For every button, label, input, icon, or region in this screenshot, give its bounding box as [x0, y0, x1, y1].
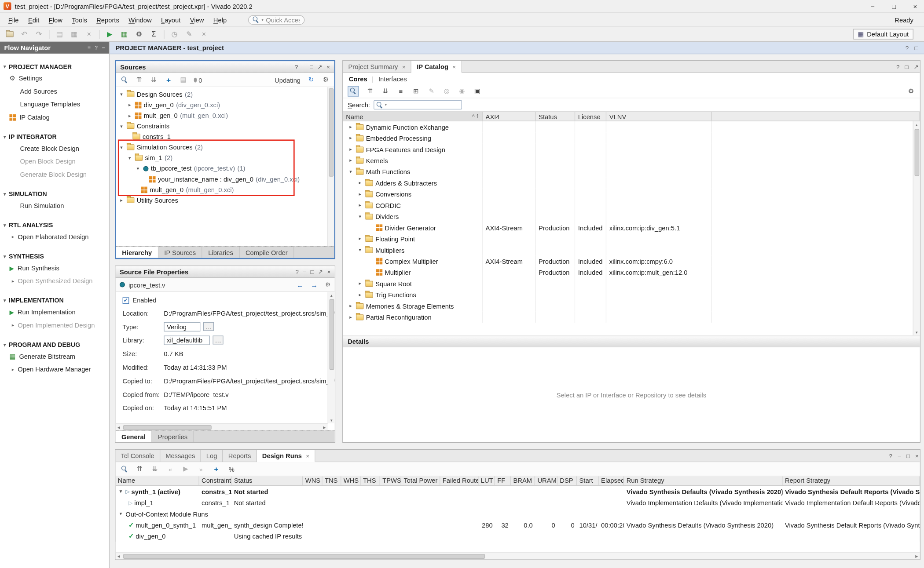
table-row[interactable]: ▾Multipliers	[343, 244, 920, 255]
library-input[interactable]: xil_defaultlib	[164, 335, 209, 345]
chevron-right-icon[interactable]: ▸	[348, 146, 353, 152]
tab-ip-catalog[interactable]: IP Catalog×	[411, 61, 462, 73]
chevron-down-icon[interactable]: ▾	[118, 124, 124, 129]
column-header-status[interactable]: Status	[535, 112, 575, 120]
flow-section-header[interactable]: ▾PROGRAM AND DEBUG	[0, 339, 109, 350]
column-header[interactable]: TPWS	[380, 476, 401, 485]
minimize-icon[interactable]: −	[303, 269, 306, 275]
edit-ip-icon[interactable]: ✎	[427, 87, 436, 95]
menu-item-tools[interactable]: Tools	[67, 15, 92, 25]
tab-messages[interactable]: Messages	[160, 450, 201, 462]
tab-design-runs[interactable]: Design Runs×	[257, 450, 315, 462]
maximize-icon[interactable]: □	[310, 269, 314, 275]
table-row[interactable]: ▾Out-of-Context Module Runs	[116, 508, 920, 519]
menu-item-reports[interactable]: Reports	[92, 15, 124, 25]
vertical-scrollbar[interactable]: ▲ ▼	[328, 292, 335, 423]
browse-button[interactable]: …	[213, 335, 223, 344]
search-icon[interactable]	[120, 76, 128, 84]
scrollbar-thumb[interactable]	[330, 299, 334, 370]
sidebar-item-open-synthesized-design[interactable]: ▸Open Synthesized Design	[0, 274, 109, 287]
scrollbar-thumb[interactable]	[123, 554, 485, 559]
close-icon[interactable]: ×	[327, 269, 331, 275]
edit-pencil-icon[interactable]: ✎	[184, 29, 194, 39]
flow-options-icon[interactable]: ≡	[88, 45, 91, 51]
float-icon[interactable]: □	[915, 44, 918, 51]
scroll-up-icon[interactable]: ▲	[328, 292, 335, 299]
gear-icon[interactable]: ⚙	[907, 87, 915, 95]
launch-runs-icon[interactable]: ▦	[120, 29, 129, 39]
clock-icon[interactable]: ◷	[170, 29, 179, 39]
help-icon[interactable]: ?	[295, 269, 298, 275]
menu-item-layout[interactable]: Layout	[156, 15, 185, 25]
tree-row[interactable]: ▾tb_ipcore_test (ipcore_test.v) (1)	[116, 163, 334, 174]
chevron-right-icon[interactable]: ▸	[357, 203, 363, 208]
sidebar-item-ip-catalog[interactable]: IP Catalog	[0, 111, 109, 124]
column-header[interactable]: URAM	[535, 476, 557, 485]
sidebar-item-language-templates[interactable]: Language Templates	[0, 98, 109, 110]
table-row[interactable]: ▾Math Functions	[343, 166, 920, 177]
tree-row[interactable]: ▾sim_1 (2)	[116, 153, 334, 163]
close-icon[interactable]: ×	[402, 63, 406, 70]
menu-item-help[interactable]: Help	[209, 15, 231, 25]
copy-icon[interactable]: ▤	[55, 29, 64, 39]
table-row[interactable]: ▸Square Root	[343, 278, 920, 289]
close-icon[interactable]: ×	[326, 64, 330, 70]
close-icon[interactable]: ×	[452, 63, 456, 70]
menu-item-file[interactable]: File	[4, 15, 23, 25]
tab-properties[interactable]: Properties	[152, 431, 194, 442]
column-header-license[interactable]: License	[575, 112, 606, 120]
window-maximize-icon[interactable]: □	[885, 0, 903, 13]
scroll-left-icon[interactable]: ◀	[116, 424, 122, 430]
search-toggle-icon[interactable]	[348, 86, 359, 96]
help-icon[interactable]: ?	[889, 452, 892, 459]
duplicate-icon[interactable]: ▦	[70, 29, 79, 39]
scrollbar-thumb[interactable]	[123, 425, 212, 430]
column-header[interactable]: Status	[231, 476, 303, 485]
scrollbar-thumb[interactable]	[915, 129, 920, 176]
scrollbar-thumb[interactable]	[329, 88, 334, 177]
table-row[interactable]: ▸Conversions	[343, 189, 920, 200]
column-header[interactable]: Total Power	[401, 476, 440, 485]
chevron-right-icon[interactable]: ▸	[357, 180, 363, 186]
cancel-icon[interactable]: ×	[199, 29, 209, 39]
column-header[interactable]: DSP	[557, 476, 577, 485]
tab-libraries[interactable]: Libraries	[202, 247, 240, 258]
scroll-down-icon[interactable]: ▼	[328, 417, 335, 423]
scroll-right-icon[interactable]: ▶	[913, 553, 920, 560]
chevron-down-icon[interactable]: ▾	[135, 166, 141, 171]
chevron-right-icon[interactable]: ▸	[348, 135, 353, 141]
add-repository-icon[interactable]: ⊞	[412, 87, 420, 95]
table-row[interactable]: ▸Floating Point	[343, 233, 920, 244]
table-row[interactable]: ▾▷synth_1 (active) constrs_1 Not started…	[116, 486, 920, 497]
horizontal-scrollbar[interactable]: ◀ ▶	[116, 423, 328, 430]
flow-section-header[interactable]: ▾SYNTHESIS	[0, 251, 109, 262]
chevron-right-icon[interactable]: ▸	[348, 124, 353, 130]
window-minimize-icon[interactable]: −	[864, 0, 881, 13]
column-header[interactable]: WHS	[341, 476, 360, 485]
sidebar-item-open-implemented-design[interactable]: ▸Open Implemented Design	[0, 319, 109, 331]
browse-button[interactable]: …	[203, 322, 214, 331]
tab-ip-sources[interactable]: IP Sources	[158, 247, 202, 258]
scroll-up-icon[interactable]: ▲	[913, 121, 920, 128]
column-header[interactable]: Report Strategy	[783, 476, 920, 485]
table-row[interactable]: ✓mult_gen_0_synth_1 mult_gen_0 synth_des…	[116, 519, 920, 530]
collapse-all-icon[interactable]: ⇈	[136, 465, 144, 473]
settings-gear-icon[interactable]: ⚙	[134, 29, 143, 39]
table-row[interactable]: ▸Adders & Subtracters	[343, 177, 920, 188]
tree-row[interactable]: ▾Simulation Sources (2)	[116, 142, 334, 153]
collapse-icon[interactable]: −	[102, 45, 105, 51]
chevron-right-icon[interactable]: ▸	[348, 314, 353, 320]
create-runs-icon[interactable]: +	[212, 465, 220, 473]
flow-section-header[interactable]: ▾SIMULATION	[0, 189, 109, 199]
menu-item-window[interactable]: Window	[124, 15, 157, 25]
maximize-icon[interactable]: ↗	[914, 63, 919, 70]
column-header[interactable]: THS	[361, 476, 380, 485]
table-row[interactable]: ▸Embedded Processing	[343, 132, 920, 143]
chevron-right-icon[interactable]: ▸	[348, 158, 353, 163]
quick-access-search[interactable]: ▾ Quick Access	[248, 15, 304, 24]
type-input[interactable]: Verilog	[164, 322, 200, 331]
chevron-right-icon[interactable]: ▸	[357, 236, 363, 241]
table-row[interactable]: ▸Partial Reconfiguration	[343, 311, 920, 322]
chevron-down-icon[interactable]: ▾	[118, 145, 124, 150]
table-row[interactable]: ✓div_gen_0 Using cached IP results	[116, 531, 920, 542]
